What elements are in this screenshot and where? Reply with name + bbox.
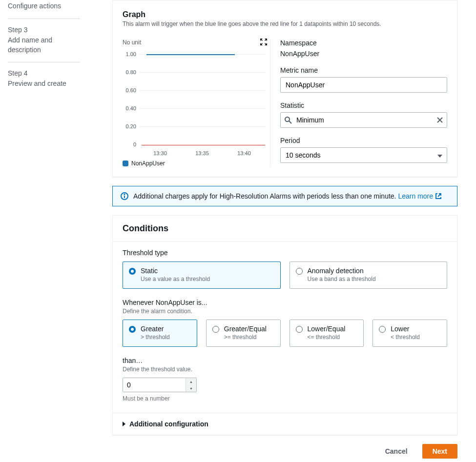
chart-container: No unit 1.00 0.80 0.60 0.40 0.20 0	[123, 39, 270, 167]
tile-title: Anomaly detection	[308, 267, 441, 275]
graph-panel: Graph This alarm will trigger when the b…	[112, 0, 457, 177]
svg-point-6	[124, 194, 124, 195]
x-tick: 13:30	[139, 150, 181, 156]
period-label: Period	[280, 137, 447, 144]
chart-legend: NonAppUser	[123, 160, 265, 167]
wizard-footer: Cancel Next	[112, 444, 457, 459]
tile-subtitle: >= threshold	[224, 334, 274, 341]
tile-title: Lower/Equal	[308, 325, 358, 333]
y-tick: 0.80	[126, 69, 136, 75]
threshold-line	[142, 145, 265, 145]
whenever-hint: Define the alarm condition.	[123, 308, 447, 315]
namespace-value: NonAppUser	[280, 50, 447, 58]
comparison-tile-greater[interactable]: Greater > threshold	[123, 320, 197, 347]
conditions-heading: Conditions	[113, 216, 457, 241]
graph-subtitle: This alarm will trigger when the blue li…	[123, 20, 447, 27]
step4-label: Step 4	[8, 69, 80, 77]
step3-label: Step 3	[8, 26, 80, 34]
metric-details: Namespace NonAppUser Metric name Statist…	[270, 39, 447, 167]
additional-configuration-toggle[interactable]: Additional configuration	[113, 413, 457, 435]
wizard-sidebar: Configure actions Step 3 Add name and de…	[0, 0, 88, 462]
tile-subtitle: < threshold	[391, 334, 441, 341]
tile-subtitle: > threshold	[141, 334, 191, 341]
radio-icon	[296, 268, 303, 275]
search-icon	[284, 116, 292, 124]
tile-subtitle: Use a band as a threshold	[308, 276, 441, 282]
conditions-panel: Conditions Threshold type Static Use a v…	[112, 215, 457, 435]
metric-name-label: Metric name	[280, 66, 447, 74]
radio-icon	[129, 268, 136, 275]
tile-title: Lower	[391, 325, 441, 333]
cancel-button[interactable]: Cancel	[375, 444, 417, 459]
threshold-helper-text: Must be a number	[123, 395, 447, 402]
radio-icon	[296, 326, 303, 333]
period-select[interactable]	[280, 147, 447, 163]
statistic-label: Statistic	[280, 101, 447, 109]
step3-title[interactable]: Add name and description	[8, 35, 80, 55]
than-label: than…	[123, 357, 447, 364]
comparison-tile-lower[interactable]: Lower < threshold	[373, 320, 447, 347]
namespace-label: Namespace	[280, 39, 447, 47]
caret-right-icon	[123, 422, 125, 426]
radio-icon	[212, 326, 219, 333]
sidebar-link-configure-actions[interactable]: Configure actions	[8, 0, 80, 12]
statistic-input[interactable]	[280, 112, 447, 128]
threshold-value-stepper[interactable]: ▲ ▼	[123, 378, 197, 392]
high-resolution-info-alert: Additional charges apply for High-Resolu…	[112, 186, 457, 206]
tile-subtitle: <= threshold	[308, 334, 358, 341]
stepper-down-button[interactable]: ▼	[186, 385, 196, 392]
chevron-down-icon	[437, 151, 442, 160]
tile-title: Static	[141, 267, 274, 275]
radio-icon	[129, 326, 136, 333]
threshold-type-label: Threshold type	[123, 249, 447, 257]
metric-name-input[interactable]	[280, 77, 447, 93]
y-tick: 0	[133, 141, 136, 147]
y-tick: 0.60	[126, 87, 136, 93]
y-tick: 1.00	[126, 51, 136, 57]
legend-label: NonAppUser	[131, 160, 165, 167]
comparison-tile-lower-equal[interactable]: Lower/Equal <= threshold	[290, 320, 364, 347]
x-tick: 13:35	[181, 150, 223, 156]
metric-line	[146, 54, 235, 55]
threshold-tile-static[interactable]: Static Use a value as a threshold	[123, 261, 281, 289]
svg-point-0	[285, 117, 290, 121]
comparison-tile-greater-equal[interactable]: Greater/Equal >= threshold	[206, 320, 281, 347]
divider	[8, 62, 80, 62]
tile-subtitle: Use a value as a threshold	[141, 276, 274, 282]
y-tick: 0.40	[126, 105, 136, 111]
legend-swatch	[123, 161, 128, 166]
expand-chart-icon[interactable]	[260, 38, 268, 46]
next-button[interactable]: Next	[422, 444, 457, 459]
main-content: Graph This alarm will trigger when the b…	[88, 0, 476, 462]
x-tick: 13:40	[223, 150, 265, 156]
learn-more-link[interactable]: Learn more	[398, 192, 442, 200]
graph-heading: Graph	[123, 10, 447, 19]
y-tick: 0.20	[126, 123, 136, 129]
threshold-tile-anomaly[interactable]: Anomaly detection Use a band as a thresh…	[290, 261, 448, 289]
external-link-icon	[435, 193, 442, 200]
chart-plot[interactable]: 1.00 0.80 0.60 0.40 0.20 0	[123, 52, 265, 149]
y-axis-unit-label: No unit	[123, 39, 265, 46]
whenever-label: Whenever NonAppUser is...	[123, 299, 447, 306]
stepper-up-button[interactable]: ▲	[186, 378, 196, 385]
info-text: Additional charges apply for High-Resolu…	[133, 192, 398, 200]
tile-title: Greater/Equal	[224, 325, 274, 333]
radio-icon	[379, 326, 386, 333]
tile-title: Greater	[141, 325, 191, 333]
step4-title[interactable]: Preview and create	[8, 79, 80, 88]
clear-icon[interactable]	[436, 117, 443, 123]
divider	[8, 19, 80, 19]
info-icon	[121, 192, 128, 200]
svg-line-1	[289, 121, 291, 123]
threshold-value-input[interactable]	[123, 378, 186, 392]
than-hint: Define the threshold value.	[123, 366, 447, 373]
